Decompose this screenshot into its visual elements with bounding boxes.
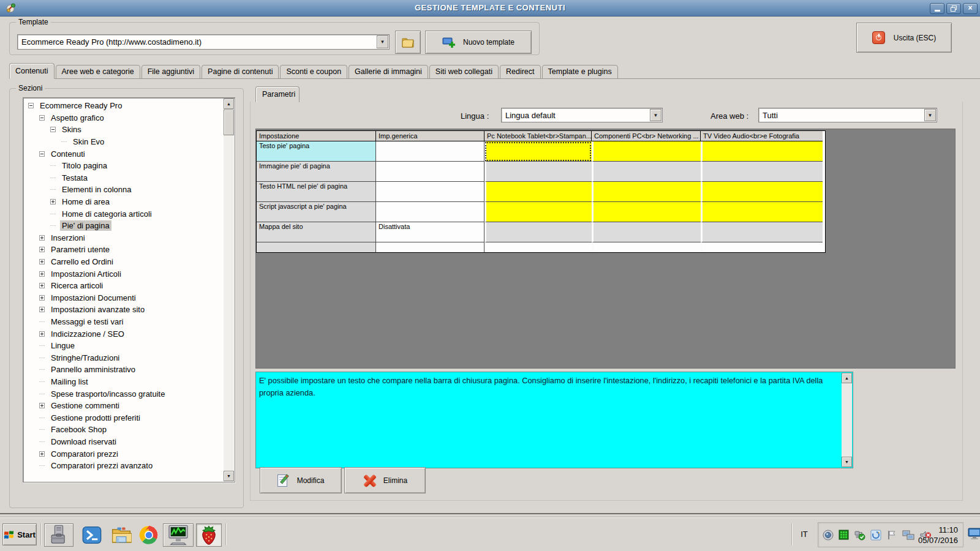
area-value-cell[interactable] bbox=[484, 162, 592, 182]
tree-item-label[interactable]: Home di area bbox=[60, 197, 111, 207]
expand-icon[interactable] bbox=[39, 235, 45, 241]
tree-item-label[interactable]: Inserzioni bbox=[49, 233, 87, 243]
tree-item-label[interactable]: Home di categoria articoli bbox=[60, 209, 154, 219]
tree-item[interactable]: Pannello amministrativo bbox=[24, 364, 223, 376]
row-label-cell[interactable]: Script javascript a pie' pagina bbox=[257, 202, 376, 222]
tab-gallerie-di-immagini[interactable]: Gallerie di immagini bbox=[349, 65, 428, 79]
expand-icon[interactable] bbox=[39, 283, 45, 288]
tree-item-label[interactable]: Impostazioni avanzate sito bbox=[49, 304, 146, 315]
tree-item[interactable]: Download riservati bbox=[24, 436, 223, 448]
generic-value-cell[interactable]: Disattivata bbox=[376, 222, 484, 242]
tree-item-label[interactable]: Titolo pagina bbox=[60, 160, 109, 171]
tree-item[interactable]: Ecommerce Ready Pro bbox=[24, 100, 223, 112]
delete-button[interactable]: Elimina bbox=[344, 467, 426, 493]
expand-icon[interactable] bbox=[39, 331, 45, 337]
area-value-cell[interactable] bbox=[701, 162, 823, 182]
tree-item-label[interactable]: Mailing list bbox=[49, 377, 90, 387]
tree-item-label[interactable]: Stringhe/Traduzioni bbox=[49, 353, 121, 363]
row-label-cell[interactable]: Mappa del sito bbox=[257, 222, 376, 242]
tree-item[interactable]: Ricerca articoli bbox=[24, 280, 223, 292]
generic-value-cell[interactable] bbox=[376, 141, 484, 162]
area-value-cell[interactable] bbox=[592, 141, 701, 162]
tree-item[interactable]: Gestione commenti bbox=[24, 400, 223, 412]
generic-value-cell[interactable] bbox=[376, 162, 484, 182]
close-button[interactable]: × bbox=[963, 3, 978, 14]
area-value-cell[interactable] bbox=[701, 202, 823, 222]
taskbar-grip[interactable] bbox=[225, 523, 227, 545]
tree-item-label[interactable]: Skin Evo bbox=[71, 137, 106, 147]
tree-item[interactable]: Home di area bbox=[24, 196, 223, 208]
collapse-icon[interactable] bbox=[39, 115, 45, 121]
system-monitor-taskbar-button[interactable] bbox=[163, 523, 194, 547]
tree-item-label[interactable]: Download riservati bbox=[49, 437, 118, 447]
tree-item-label[interactable]: Pie' di pagina bbox=[60, 220, 111, 231]
tree-item-label[interactable]: Comparatori prezzi avanzato bbox=[49, 460, 154, 471]
collapse-icon[interactable] bbox=[39, 151, 45, 157]
network-activity-icon[interactable] bbox=[839, 530, 849, 540]
new-template-button[interactable]: Nuovo template bbox=[425, 31, 532, 54]
lingua-combobox[interactable]: Lingua default ▼ bbox=[501, 108, 663, 122]
tab-template-e-plugins[interactable]: Template e plugins bbox=[542, 65, 618, 79]
area-value-cell[interactable] bbox=[701, 222, 823, 242]
tree-item[interactable]: Skin Evo bbox=[24, 136, 223, 148]
row-label-cell[interactable]: Testo pie' pagina bbox=[257, 141, 376, 162]
usb-eject-icon[interactable] bbox=[854, 530, 865, 541]
expand-icon[interactable] bbox=[50, 199, 56, 204]
system-tools-taskbar-button[interactable] bbox=[44, 523, 74, 547]
area-value-cell[interactable] bbox=[592, 222, 701, 242]
scroll-down-icon[interactable]: ▼ bbox=[224, 471, 234, 481]
area-value-cell[interactable] bbox=[484, 141, 592, 162]
tree-item[interactable]: Comparatori prezzi avanzato bbox=[24, 460, 223, 472]
language-indicator[interactable]: IT bbox=[796, 527, 812, 542]
collapse-icon[interactable] bbox=[50, 127, 56, 132]
tree-item[interactable]: Aspetto grafico bbox=[24, 112, 223, 124]
area-value-cell[interactable] bbox=[701, 141, 823, 162]
area-value-cell[interactable] bbox=[484, 182, 592, 202]
tab-sconti-e-coupon[interactable]: Sconti e coupon bbox=[280, 65, 347, 79]
area-value-cell[interactable] bbox=[592, 162, 701, 182]
template-combobox[interactable]: Ecommerce Ready Pro (http://www.costadim… bbox=[17, 34, 390, 50]
tree-item-label[interactable]: Skins bbox=[60, 124, 83, 135]
expand-icon[interactable] bbox=[39, 451, 45, 457]
expand-icon[interactable] bbox=[39, 247, 45, 252]
tree-item[interactable]: Stringhe/Traduzioni bbox=[24, 351, 223, 364]
generic-value-cell[interactable] bbox=[376, 182, 484, 202]
tree-item-label[interactable]: Impostazioni Articoli bbox=[49, 269, 123, 279]
tree-item[interactable]: Impostazioni Documenti bbox=[24, 292, 223, 304]
tree-item[interactable]: Parametri utente bbox=[24, 244, 223, 256]
file-explorer-taskbar-button[interactable] bbox=[108, 523, 135, 547]
tree-item-label[interactable]: Gestione prodotti preferiti bbox=[49, 413, 142, 423]
chevron-down-icon[interactable]: ▼ bbox=[377, 36, 388, 48]
tree-item[interactable]: Elementi in colonna bbox=[24, 184, 223, 196]
tree-scrollbar-thumb[interactable] bbox=[224, 110, 234, 135]
restore-button[interactable] bbox=[946, 3, 961, 14]
strawberry-app-taskbar-button[interactable] bbox=[196, 523, 222, 547]
area-value-cell[interactable] bbox=[701, 242, 823, 252]
column-header[interactable]: Pc Notebook Tablet<br>Stampan... bbox=[484, 131, 592, 141]
windows-update-icon[interactable] bbox=[870, 530, 881, 541]
tree-item[interactable]: Testata bbox=[24, 172, 223, 184]
tree-item-label[interactable]: Elementi in colonna bbox=[60, 184, 133, 195]
show-desktop-button[interactable] bbox=[968, 527, 980, 541]
generic-value-cell[interactable] bbox=[376, 202, 484, 222]
expand-icon[interactable] bbox=[39, 295, 45, 301]
area-value-cell[interactable] bbox=[484, 222, 592, 242]
tree-item[interactable]: Facebook Shop bbox=[24, 424, 223, 436]
tree-item[interactable]: Lingue bbox=[24, 340, 223, 352]
area-value-cell[interactable] bbox=[592, 202, 701, 222]
generic-value-cell[interactable] bbox=[376, 242, 484, 252]
tree-item-label[interactable]: Testata bbox=[60, 173, 89, 183]
tree-item-label[interactable]: Carrello ed Ordini bbox=[49, 257, 115, 267]
tree-item[interactable]: Contenuti bbox=[24, 148, 223, 160]
tab-file-aggiuntivi[interactable]: File aggiuntivi bbox=[141, 65, 200, 79]
column-header[interactable]: Imp.generica bbox=[376, 131, 484, 141]
tree-item[interactable]: Skins bbox=[24, 124, 223, 136]
tree-scrollbar[interactable]: ▲ ▼ bbox=[224, 99, 234, 481]
tab-redirect[interactable]: Redirect bbox=[500, 65, 541, 79]
expand-icon[interactable] bbox=[39, 403, 45, 408]
network-connection-icon[interactable] bbox=[902, 530, 914, 541]
clock[interactable]: 11:10 05/07/2016 bbox=[918, 525, 958, 545]
tree-item-label[interactable]: Aspetto grafico bbox=[49, 113, 106, 123]
area-value-cell[interactable] bbox=[592, 182, 701, 202]
start-button[interactable]: Start bbox=[2, 523, 37, 545]
